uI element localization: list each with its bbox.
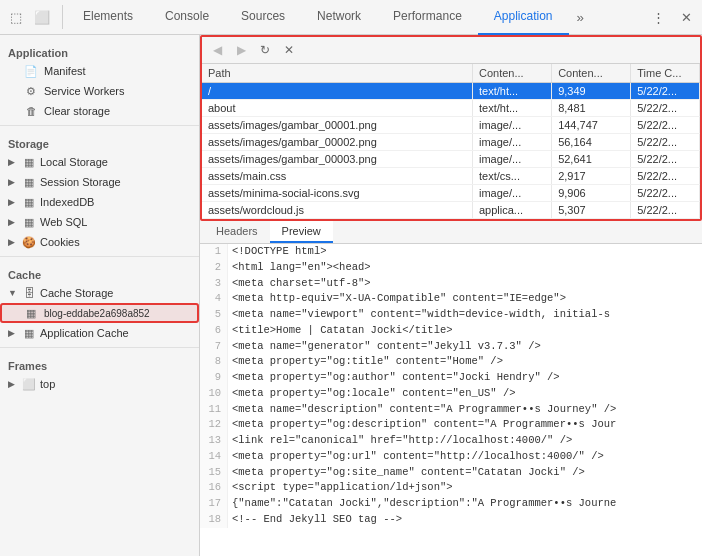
cell-content-enc: 2,917	[552, 168, 631, 185]
code-line: 10 <meta property="og:locale" content="e…	[200, 386, 702, 402]
col-header-content-type: Conten...	[473, 64, 552, 83]
table-row[interactable]: assets/minima-social-icons.svg image/...…	[202, 185, 700, 202]
cell-content-type: text/cs...	[473, 168, 552, 185]
line-number: 18	[200, 512, 228, 528]
cell-time: 5/22/2...	[631, 117, 700, 134]
table-row[interactable]: assets/images/gambar_00001.png image/...…	[202, 117, 700, 134]
cell-path: assets/images/gambar_00002.png	[202, 134, 473, 151]
sidebar-item-indexeddb[interactable]: ▶ ▦ IndexedDB	[0, 192, 199, 212]
tab-console[interactable]: Console	[149, 0, 225, 35]
line-number: 11	[200, 402, 228, 418]
close-devtools-button[interactable]: ✕	[674, 5, 698, 29]
cache-storage-icon: 🗄	[22, 286, 36, 300]
cell-content-enc: 52,641	[552, 151, 631, 168]
expand-icon: ▶	[8, 197, 18, 207]
sidebar-item-cookies[interactable]: ▶ 🍪 Cookies	[0, 232, 199, 252]
line-content: <title>Home | Catatan Jocki</title>	[228, 323, 702, 339]
sidebar: Application 📄 Manifest ⚙ Service Workers…	[0, 35, 200, 556]
inspect-element-button[interactable]: ⬚	[4, 5, 28, 29]
tab-performance[interactable]: Performance	[377, 0, 478, 35]
expand-icon: ▶	[8, 379, 18, 389]
sidebar-item-cache-storage[interactable]: ▼ 🗄 Cache Storage	[0, 283, 199, 303]
line-content: <!-- End Jekyll SEO tag -->	[228, 512, 702, 528]
sidebar-item-web-sql[interactable]: ▶ ▦ Web SQL	[0, 212, 199, 232]
preview-section: Headers Preview 1 <!DOCTYPE html> 2 <htm…	[200, 221, 702, 556]
line-content: <meta property="og:site_name" content="C…	[228, 465, 702, 481]
cell-content-type: image/...	[473, 134, 552, 151]
session-storage-icon: ▦	[22, 175, 36, 189]
tab-sources[interactable]: Sources	[225, 0, 301, 35]
cell-path: /	[202, 83, 473, 100]
sidebar-item-service-workers[interactable]: ⚙ Service Workers	[0, 81, 199, 101]
more-options-button[interactable]: ⋮	[646, 5, 670, 29]
tab-bar: Elements Console Sources Network Perform…	[67, 0, 592, 35]
code-line: 6 <title>Home | Catatan Jocki</title>	[200, 323, 702, 339]
expand-icon: ▶	[8, 177, 18, 187]
clear-storage-icon: 🗑	[24, 104, 38, 118]
cell-time: 5/22/2...	[631, 100, 700, 117]
line-number: 5	[200, 307, 228, 323]
line-number: 1	[200, 244, 228, 260]
main-layout: Application 📄 Manifest ⚙ Service Workers…	[0, 35, 702, 556]
sidebar-divider-1	[0, 125, 199, 126]
sidebar-item-label: IndexedDB	[40, 196, 94, 208]
col-header-path: Path	[202, 64, 473, 83]
cell-path: assets/images/gambar_00001.png	[202, 117, 473, 134]
code-view[interactable]: 1 <!DOCTYPE html> 2 <html lang="en"><hea…	[200, 244, 702, 556]
sidebar-item-label: top	[40, 378, 55, 390]
table-row[interactable]: assets/wordcloud.js applica... 5,307 5/2…	[202, 202, 700, 219]
tab-elements[interactable]: Elements	[67, 0, 149, 35]
line-number: 14	[200, 449, 228, 465]
tab-network[interactable]: Network	[301, 0, 377, 35]
line-number: 10	[200, 386, 228, 402]
sidebar-item-label: blog-eddabe2a698a852	[44, 308, 150, 319]
sidebar-item-application-cache[interactable]: ▶ ▦ Application Cache	[0, 323, 199, 343]
line-number: 13	[200, 433, 228, 449]
indexeddb-icon: ▦	[22, 195, 36, 209]
cell-path: assets/images/gambar_00003.png	[202, 151, 473, 168]
sidebar-item-session-storage[interactable]: ▶ ▦ Session Storage	[0, 172, 199, 192]
code-line: 11 <meta name="description" content="A P…	[200, 402, 702, 418]
sidebar-item-label: Local Storage	[40, 156, 108, 168]
code-line: 18 <!-- End Jekyll SEO tag -->	[200, 512, 702, 528]
nav-refresh-button[interactable]: ↻	[254, 39, 276, 61]
nav-clear-button[interactable]: ✕	[278, 39, 300, 61]
line-content: {"name":"Catatan Jocki","description":"A…	[228, 496, 702, 512]
tab-application[interactable]: Application	[478, 0, 569, 35]
sidebar-storage-label: Storage	[0, 130, 199, 152]
sidebar-item-blog-cache[interactable]: ▦ blog-eddabe2a698a852	[0, 303, 199, 323]
tab-headers[interactable]: Headers	[204, 221, 270, 243]
expand-icon: ▶	[8, 157, 18, 167]
toolbar-right: ⋮ ✕	[646, 5, 698, 29]
preview-tab-bar: Headers Preview	[200, 221, 702, 244]
line-content: <html lang="en"><head>	[228, 260, 702, 276]
table-row[interactable]: assets/images/gambar_00002.png image/...…	[202, 134, 700, 151]
cell-time: 5/22/2...	[631, 151, 700, 168]
code-line: 15 <meta property="og:site_name" content…	[200, 465, 702, 481]
line-number: 17	[200, 496, 228, 512]
table-row[interactable]: assets/images/gambar_00003.png image/...…	[202, 151, 700, 168]
line-content: <meta property="og:url" content="http://…	[228, 449, 702, 465]
tab-preview[interactable]: Preview	[270, 221, 333, 243]
sidebar-cache-label: Cache	[0, 261, 199, 283]
cell-time: 5/22/2...	[631, 134, 700, 151]
expand-icon: ▼	[8, 288, 18, 298]
table-row[interactable]: assets/main.css text/cs... 2,917 5/22/2.…	[202, 168, 700, 185]
sidebar-item-clear-storage[interactable]: 🗑 Clear storage	[0, 101, 199, 121]
nav-back-button[interactable]: ◀	[206, 39, 228, 61]
line-number: 16	[200, 480, 228, 496]
app-cache-icon: ▦	[22, 326, 36, 340]
device-toggle-button[interactable]: ⬜	[30, 5, 54, 29]
sidebar-item-local-storage[interactable]: ▶ ▦ Local Storage	[0, 152, 199, 172]
sidebar-item-manifest[interactable]: 📄 Manifest	[0, 61, 199, 81]
tab-overflow-button[interactable]: »	[569, 0, 592, 35]
line-number: 7	[200, 339, 228, 355]
line-number: 8	[200, 354, 228, 370]
code-line: 16 <script type="application/ld+json">	[200, 480, 702, 496]
table-scroll-container[interactable]: Path Conten... Conten... Time C... / tex…	[202, 64, 700, 219]
sidebar-item-frame-top[interactable]: ▶ ⬜ top	[0, 374, 199, 394]
nav-forward-button[interactable]: ▶	[230, 39, 252, 61]
sidebar-item-label: Web SQL	[40, 216, 88, 228]
table-row[interactable]: about text/ht... 8,481 5/22/2...	[202, 100, 700, 117]
table-row[interactable]: / text/ht... 9,349 5/22/2...	[202, 83, 700, 100]
